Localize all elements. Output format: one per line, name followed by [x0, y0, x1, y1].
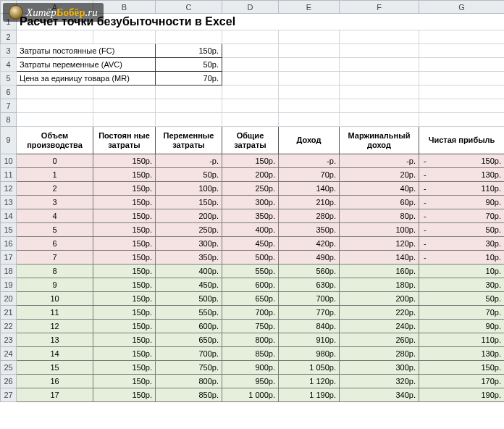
cell-fc[interactable]: 150р.: [93, 251, 156, 265]
cell-vc[interactable]: 450р.: [156, 278, 222, 292]
row-header[interactable]: 11: [1, 168, 17, 182]
cell-vc[interactable]: 200р.: [156, 209, 222, 223]
cell[interactable]: [156, 86, 222, 99]
cell-np[interactable]: -30р.: [419, 237, 505, 251]
cell-md[interactable]: 200р.: [340, 292, 419, 306]
cell[interactable]: [17, 99, 93, 113]
cell-tc[interactable]: 200р.: [222, 168, 279, 182]
cell-rev[interactable]: 70р.: [279, 168, 340, 182]
cell-fc[interactable]: 150р.: [93, 196, 156, 209]
param-label[interactable]: Затраты постоянные (FC): [17, 44, 156, 58]
cell[interactable]: [279, 58, 340, 72]
param-label[interactable]: Затраты переменные (AVC): [17, 58, 156, 72]
cell-vc[interactable]: 150р.: [156, 196, 222, 209]
cell-np[interactable]: 130р.: [419, 347, 505, 361]
cell-fc[interactable]: 150р.: [93, 320, 156, 333]
param-value[interactable]: 50р.: [156, 58, 222, 72]
cell-np[interactable]: -150р.: [419, 154, 505, 168]
table-header-cell[interactable]: Общие затраты: [222, 127, 279, 154]
cell-md[interactable]: 160р.: [340, 265, 419, 278]
cell-fc[interactable]: 150р.: [93, 347, 156, 361]
cell-fc[interactable]: 150р.: [93, 306, 156, 320]
row-header[interactable]: 16: [1, 237, 17, 251]
cell[interactable]: [222, 30, 279, 44]
row-header[interactable]: 26: [1, 375, 17, 388]
cell-quantity[interactable]: 12: [17, 320, 93, 333]
row-header[interactable]: 17: [1, 251, 17, 265]
row-header[interactable]: 21: [1, 306, 17, 320]
cell-fc[interactable]: 150р.: [93, 154, 156, 168]
table-header-cell[interactable]: Объем производства: [17, 127, 93, 154]
cell[interactable]: [340, 113, 419, 127]
cell-md[interactable]: 260р.: [340, 333, 419, 347]
cell-tc[interactable]: 600р.: [222, 278, 279, 292]
cell-vc[interactable]: 350р.: [156, 251, 222, 265]
cell-tc[interactable]: 650р.: [222, 292, 279, 306]
cell-quantity[interactable]: 8: [17, 265, 93, 278]
cell-md[interactable]: 220р.: [340, 306, 419, 320]
row-header[interactable]: 2: [1, 30, 17, 44]
col-header[interactable]: E: [279, 1, 340, 14]
cell[interactable]: [279, 30, 340, 44]
cell-tc[interactable]: 450р.: [222, 237, 279, 251]
cell-fc[interactable]: 150р.: [93, 278, 156, 292]
cell-rev[interactable]: 1 050р.: [279, 361, 340, 375]
cell-tc[interactable]: 500р.: [222, 251, 279, 265]
row-header[interactable]: 18: [1, 265, 17, 278]
cell[interactable]: [419, 44, 505, 58]
cell-tc[interactable]: 950р.: [222, 375, 279, 388]
row-header[interactable]: 8: [1, 113, 17, 127]
cell-quantity[interactable]: 5: [17, 223, 93, 237]
row-header[interactable]: 19: [1, 278, 17, 292]
cell-vc[interactable]: 100р.: [156, 182, 222, 196]
cell-fc[interactable]: 150р.: [93, 388, 156, 402]
cell[interactable]: [222, 44, 279, 58]
cell-md[interactable]: 240р.: [340, 320, 419, 333]
cell-rev[interactable]: 490р.: [279, 251, 340, 265]
cell-md[interactable]: 320р.: [340, 375, 419, 388]
cell[interactable]: [156, 30, 222, 44]
cell-md[interactable]: -р.: [340, 154, 419, 168]
cell-np[interactable]: -130р.: [419, 168, 505, 182]
cell-vc[interactable]: 750р.: [156, 361, 222, 375]
cell-vc[interactable]: 650р.: [156, 333, 222, 347]
cell[interactable]: [222, 99, 279, 113]
cell[interactable]: [17, 30, 93, 44]
cell-fc[interactable]: 150р.: [93, 292, 156, 306]
cell-np[interactable]: 90р.: [419, 320, 505, 333]
cell-rev[interactable]: 1 120р.: [279, 375, 340, 388]
cell-md[interactable]: 180р.: [340, 278, 419, 292]
cell-rev[interactable]: 1 190р.: [279, 388, 340, 402]
cell[interactable]: [222, 72, 279, 86]
cell[interactable]: [93, 86, 156, 99]
row-header[interactable]: 6: [1, 86, 17, 99]
cell-md[interactable]: 120р.: [340, 237, 419, 251]
cell[interactable]: [279, 86, 340, 99]
cell-fc[interactable]: 150р.: [93, 237, 156, 251]
cell-md[interactable]: 100р.: [340, 223, 419, 237]
cell-np[interactable]: -110р.: [419, 182, 505, 196]
cell[interactable]: [419, 99, 505, 113]
cell-quantity[interactable]: 17: [17, 388, 93, 402]
cell-quantity[interactable]: 16: [17, 375, 93, 388]
table-header-cell[interactable]: Чистая прибыль: [419, 127, 505, 154]
cell-rev[interactable]: 280р.: [279, 209, 340, 223]
cell-np[interactable]: -50р.: [419, 223, 505, 237]
row-header[interactable]: 15: [1, 223, 17, 237]
table-header-cell[interactable]: Доход: [279, 127, 340, 154]
cell-vc[interactable]: 850р.: [156, 388, 222, 402]
cell-vc[interactable]: 300р.: [156, 237, 222, 251]
cell-md[interactable]: 40р.: [340, 182, 419, 196]
cell-md[interactable]: 140р.: [340, 251, 419, 265]
cell[interactable]: [17, 113, 93, 127]
cell[interactable]: [340, 30, 419, 44]
col-header[interactable]: C: [156, 1, 222, 14]
cell[interactable]: [419, 72, 505, 86]
cell[interactable]: [340, 99, 419, 113]
cell-tc[interactable]: 150р.: [222, 154, 279, 168]
table-header-cell[interactable]: Переменные затраты: [156, 127, 222, 154]
cell-tc[interactable]: 250р.: [222, 182, 279, 196]
cell-np[interactable]: 50р.: [419, 292, 505, 306]
cell-tc[interactable]: 800р.: [222, 333, 279, 347]
cell-vc[interactable]: 600р.: [156, 320, 222, 333]
